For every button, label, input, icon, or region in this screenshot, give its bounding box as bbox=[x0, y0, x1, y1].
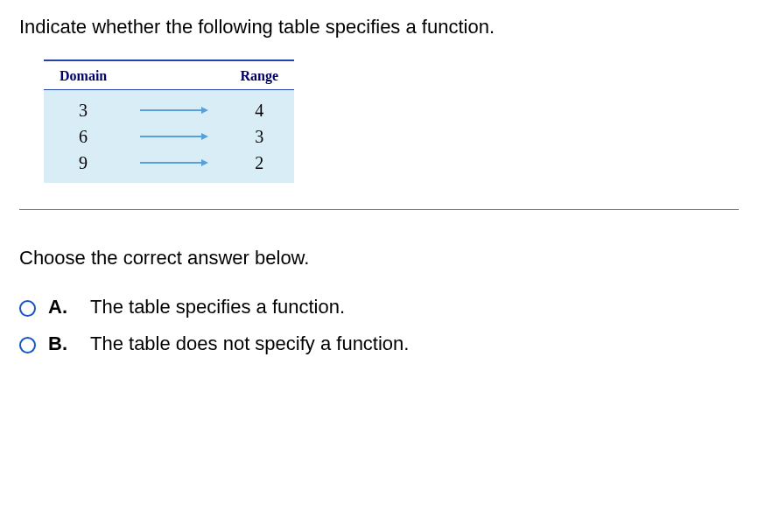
mapping-table: Domain Range 3 4 6 3 9 bbox=[44, 60, 294, 183]
table-row: 9 2 bbox=[44, 150, 294, 183]
domain-value: 9 bbox=[44, 150, 123, 183]
svg-marker-3 bbox=[201, 133, 208, 140]
arrow-icon bbox=[138, 125, 208, 148]
domain-value: 6 bbox=[44, 123, 123, 150]
domain-header: Domain bbox=[44, 60, 123, 90]
range-value: 3 bbox=[224, 123, 294, 150]
answer-prompt: Choose the correct answer below. bbox=[19, 247, 739, 270]
choice-text: The table does not specify a function. bbox=[90, 332, 409, 355]
section-divider bbox=[19, 209, 739, 210]
choice-b[interactable]: B. The table does not specify a function… bbox=[19, 332, 739, 355]
range-value: 4 bbox=[224, 90, 294, 124]
choice-letter: A. bbox=[48, 296, 71, 318]
arrow-icon bbox=[138, 99, 208, 122]
svg-marker-1 bbox=[201, 107, 208, 114]
choice-text: The table specifies a function. bbox=[90, 296, 345, 318]
svg-marker-5 bbox=[201, 159, 208, 166]
arrow-cell bbox=[123, 150, 224, 183]
domain-value: 3 bbox=[44, 90, 123, 124]
choice-letter: B. bbox=[48, 332, 71, 355]
question-text: Indicate whether the following table spe… bbox=[19, 16, 739, 38]
choice-a[interactable]: A. The table specifies a function. bbox=[19, 296, 739, 318]
arrow-header bbox=[123, 60, 224, 90]
range-header: Range bbox=[224, 60, 294, 90]
mapping-table-container: Domain Range 3 4 6 3 9 bbox=[44, 60, 739, 183]
table-row: 3 4 bbox=[44, 90, 294, 124]
arrow-icon bbox=[138, 151, 208, 174]
radio-icon[interactable] bbox=[19, 337, 36, 354]
radio-icon[interactable] bbox=[19, 300, 36, 317]
arrow-cell bbox=[123, 90, 224, 124]
range-value: 2 bbox=[224, 150, 294, 183]
table-row: 6 3 bbox=[44, 123, 294, 150]
arrow-cell bbox=[123, 123, 224, 150]
choices-group: A. The table specifies a function. B. Th… bbox=[19, 296, 739, 355]
